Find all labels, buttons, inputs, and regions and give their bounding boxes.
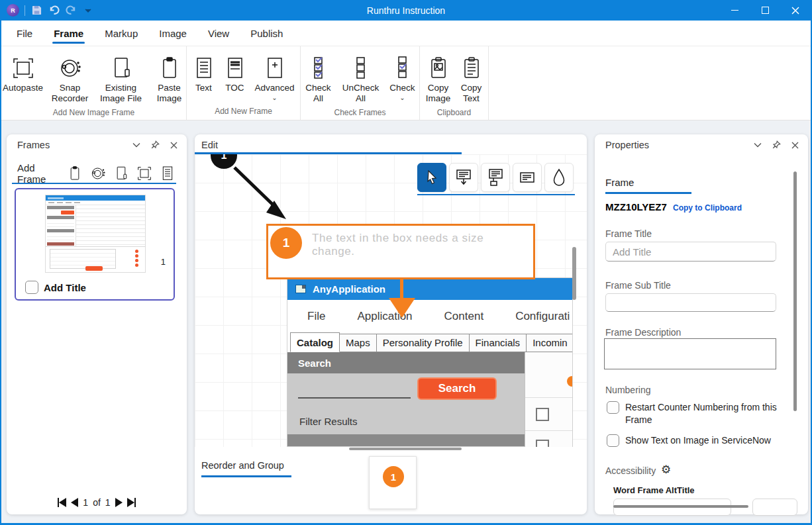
- screenshot-menu-file: File: [307, 310, 325, 323]
- reorder-annotation-card[interactable]: 1: [369, 456, 417, 509]
- screenshot-app-icon: [295, 285, 306, 293]
- minimize-button[interactable]: [719, 0, 750, 21]
- thumb-form: [46, 246, 145, 273]
- menu-file[interactable]: File: [15, 22, 34, 45]
- blur-tool-button[interactable]: [544, 163, 574, 192]
- alttitle-secondary-input[interactable]: [752, 499, 797, 516]
- frame-title-input[interactable]: [605, 242, 776, 262]
- check-dropdown-button[interactable]: Check ⌄: [385, 54, 420, 103]
- frame-title-label: Frame Title: [605, 228, 652, 239]
- existing-image-file-icon[interactable]: [112, 165, 130, 183]
- undo-button[interactable]: [48, 5, 60, 17]
- screenshot-table-area: [525, 352, 572, 447]
- ribbon: Autopaste Snap Recorder Existing Image F…: [1, 46, 811, 120]
- frame-card-selected[interactable]: 1 Add Title: [15, 188, 175, 301]
- frames-panel-title: Frames: [17, 140, 50, 150]
- check-all-button[interactable]: Check All: [301, 54, 336, 105]
- last-page-button[interactable]: [127, 498, 136, 507]
- callout-1-box[interactable]: 1 The text in the box needs a size chang…: [266, 224, 535, 279]
- next-page-button[interactable]: [115, 498, 123, 507]
- snap-recorder-icon: [58, 56, 82, 81]
- properties-panel: Properties Frame MZZ10LYEZ7 Copy to Clip…: [595, 134, 808, 514]
- restart-numbering-checkbox[interactable]: [607, 401, 619, 414]
- reorder-underline: [201, 475, 291, 477]
- select-tool-button[interactable]: [417, 163, 446, 192]
- autopaste-button[interactable]: Autopaste: [0, 54, 47, 95]
- snap-recorder-icon[interactable]: [89, 165, 107, 183]
- callout-arrow-tool-button[interactable]: [449, 163, 478, 192]
- screenshot-row-checkbox: [536, 440, 549, 447]
- close-icon[interactable]: [168, 140, 179, 150]
- pin-icon[interactable]: [771, 140, 782, 150]
- text-frame-button[interactable]: Text: [189, 54, 219, 95]
- check-all-icon: [310, 56, 327, 81]
- menu-image[interactable]: Image: [158, 22, 188, 45]
- textbox-tool-button[interactable]: [513, 163, 542, 192]
- menu-view[interactable]: View: [207, 22, 230, 45]
- previous-page-button[interactable]: [71, 498, 78, 507]
- copy-to-clipboard-link[interactable]: Copy to Clipboard: [673, 203, 742, 213]
- menu-publish[interactable]: Publish: [249, 22, 284, 45]
- add-title-checkbox[interactable]: [25, 281, 38, 294]
- edit-panel: Edit 1: [195, 134, 587, 514]
- snap-recorder-button[interactable]: Snap Recorder: [48, 54, 92, 105]
- close-icon[interactable]: [789, 140, 800, 150]
- paste-image-button[interactable]: Paste Image: [150, 54, 189, 105]
- callout-arrow-icon: [454, 167, 473, 187]
- callout-1-text[interactable]: The text in the box needs a size change.: [312, 232, 528, 258]
- menu-markup[interactable]: Markup: [103, 22, 139, 45]
- advanced-frame-button[interactable]: Advanced ⌄: [252, 54, 298, 103]
- copy-image-button[interactable]: Copy Image: [422, 54, 455, 105]
- properties-horizontal-scrollbar[interactable]: [613, 505, 748, 508]
- gear-icon[interactable]: ⚙: [661, 463, 671, 477]
- maximize-button[interactable]: [750, 0, 780, 21]
- textbox-icon: [518, 169, 536, 186]
- properties-vertical-scrollbar[interactable]: [793, 171, 797, 411]
- screenshot-image[interactable]: AnyApplication File Application Content …: [287, 278, 572, 447]
- toc-button[interactable]: TOC: [220, 54, 250, 95]
- text-frame-icon[interactable]: [158, 165, 176, 183]
- redo-button[interactable]: [65, 5, 77, 17]
- pin-icon[interactable]: [150, 140, 160, 150]
- ribbon-group-label: Clipboard: [437, 105, 471, 121]
- frame-description-label: Frame Description: [605, 327, 681, 338]
- existing-image-file-button[interactable]: Existing Image File: [93, 54, 149, 105]
- close-button[interactable]: [780, 0, 811, 21]
- qat-dropdown-icon[interactable]: [82, 5, 94, 17]
- callout-1-arrowhead[interactable]: [389, 298, 415, 318]
- app-logo-icon: R: [7, 4, 19, 17]
- ribbon-group-label: Add New Image Frame: [53, 105, 134, 121]
- edit-canvas[interactable]: 1: [195, 154, 587, 447]
- callout-1-connector[interactable]: [400, 279, 403, 298]
- frame-subtitle-input[interactable]: [605, 293, 776, 312]
- copy-text-button[interactable]: Copy Text: [456, 54, 487, 105]
- uncheck-all-button[interactable]: UnCheck All: [338, 54, 384, 105]
- screenshot-row-checkbox: [536, 408, 549, 421]
- save-button[interactable]: [30, 5, 42, 17]
- chevron-down-icon[interactable]: [131, 140, 142, 150]
- chevron-down-icon[interactable]: [752, 140, 763, 150]
- first-page-button[interactable]: [58, 498, 67, 507]
- annotation-1-arrow[interactable]: [225, 158, 298, 231]
- autopaste-icon: [11, 56, 35, 81]
- app-window: R Runthru Instruction File: [0, 0, 812, 525]
- autopaste-icon[interactable]: [135, 165, 153, 183]
- paste-image-icon[interactable]: [66, 165, 83, 183]
- frames-panel: Frames Add Frame: [7, 134, 187, 514]
- frame-description-textarea[interactable]: [604, 338, 776, 369]
- ribbon-group-add-new-frame: Text TOC Advanced ⌄ Add New Frame: [187, 46, 301, 120]
- menu-frame[interactable]: Frame: [52, 22, 85, 45]
- callout-box-tool-button[interactable]: [481, 163, 510, 192]
- frame-subtitle-label: Frame Sub Title: [605, 280, 671, 291]
- frame-number: 1: [161, 257, 166, 267]
- edit-panel-title: Edit: [201, 140, 218, 150]
- callout-1-number: 1: [270, 227, 302, 259]
- qat-separator: [25, 5, 25, 16]
- tab-frame[interactable]: Frame: [605, 177, 634, 188]
- show-text-servicenow-checkbox[interactable]: [607, 434, 619, 447]
- page-of-label: of: [93, 497, 101, 508]
- canvas-horizontal-scrollbar[interactable]: [349, 448, 462, 450]
- frame-thumbnail: [45, 195, 146, 273]
- cursor-icon: [425, 169, 439, 185]
- canvas-vertical-scrollbar[interactable]: [572, 247, 576, 300]
